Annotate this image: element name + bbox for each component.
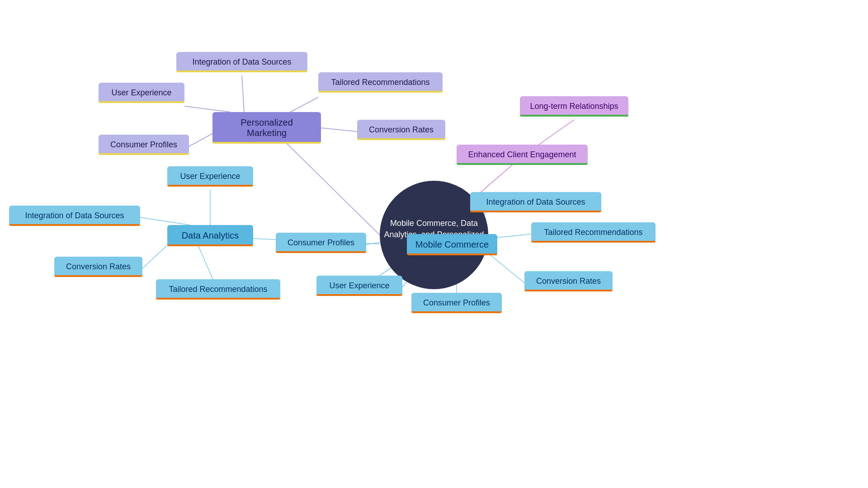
da-conversion-node[interactable]: Conversion Rates <box>54 257 142 277</box>
ec-long-term-node[interactable]: Long-term Relationships <box>520 96 628 117</box>
pm-user-exp-node[interactable]: User Experience <box>99 83 184 103</box>
mc-integration-node[interactable]: Integration of Data Sources <box>470 192 601 212</box>
da-tailored-node[interactable]: Tailored Recommendations <box>156 279 280 300</box>
pm-conversion-node[interactable]: Conversion Rates <box>357 120 445 140</box>
pm-consumer-node[interactable]: Consumer Profiles <box>99 135 189 155</box>
hub-enhanced-client[interactable]: Enhanced Client Engagement <box>457 145 588 165</box>
hub-data-analytics[interactable]: Data Analytics <box>167 225 253 246</box>
mc-user-exp-node[interactable]: User Experience <box>316 276 402 296</box>
pm-tailored-node[interactable]: Tailored Recommendations <box>318 72 443 93</box>
mc-consumer-profiles-node[interactable]: Consumer Profiles <box>276 233 366 253</box>
mc-tailored-node[interactable]: Tailored Recommendations <box>531 222 656 243</box>
pm-integration-node[interactable]: Integration of Data Sources <box>176 52 307 72</box>
mc-consumer2-node[interactable]: Consumer Profiles <box>411 293 502 313</box>
mc-conversion-node[interactable]: Conversion Rates <box>524 271 613 291</box>
hub-mobile-commerce[interactable]: Mobile Commerce <box>407 234 497 255</box>
svg-line-9 <box>140 217 190 225</box>
svg-line-4 <box>242 75 244 112</box>
da-integration-node[interactable]: Integration of Data Sources <box>9 206 140 226</box>
svg-line-5 <box>184 106 231 112</box>
hub-personalized-marketing[interactable]: Personalized Marketing <box>212 112 321 144</box>
da-user-exp-node[interactable]: User Experience <box>167 166 253 187</box>
